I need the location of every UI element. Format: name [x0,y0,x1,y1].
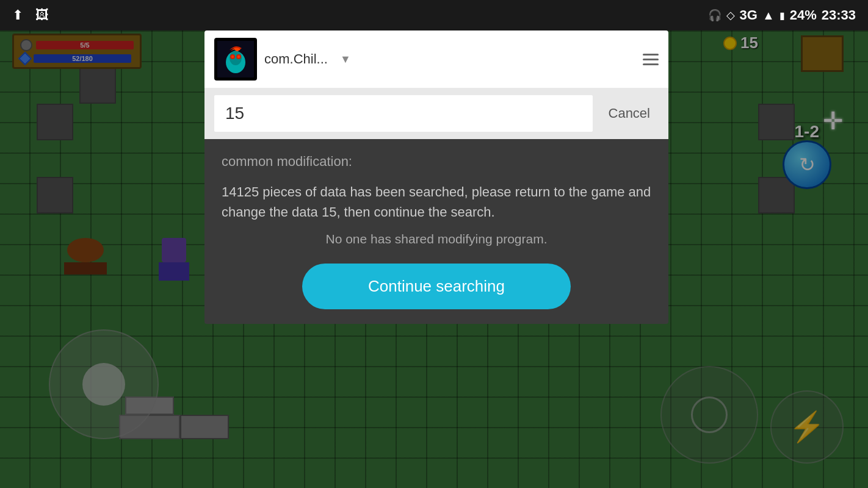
continue-searching-button[interactable]: Continue searching [302,264,571,309]
status-icons: 🎧 ◇ 3G ▲ ▮ 24% 23:33 [708,7,856,23]
network-label: 3G [740,7,758,23]
headphone-icon: 🎧 [708,9,722,22]
svg-point-6 [237,56,240,58]
signal-icon: ◇ [726,9,735,22]
dropdown-arrow-icon[interactable]: ▼ [340,53,351,66]
menu-line-2 [643,59,659,60]
time-display: 23:33 [822,7,856,23]
app-icon-svg [217,41,254,77]
no-share-text: No one has shared modifying program. [222,232,651,246]
status-bar: ⬆ 🖼 🎧 ◇ 3G ▲ ▮ 24% 23:33 [0,0,868,30]
dialog-header-left: com.Chil... ▼ [214,38,351,81]
dialog-header: com.Chil... ▼ [204,30,668,88]
dialog-panel: com.Chil... ▼ Cancel common modification… [204,30,668,324]
menu-line-3 [643,63,659,65]
battery-icon: ▮ [779,10,785,21]
image-icon[interactable]: 🖼 [35,7,49,23]
status-bar-left: ⬆ 🖼 [12,7,49,23]
share-icon[interactable]: ⬆ [12,7,23,23]
search-result-text: 14125 pieces of data has been searched, … [222,182,651,222]
search-row: Cancel [204,88,668,139]
svg-point-5 [231,56,234,58]
app-name: com.Chil... [264,51,328,67]
menu-icon[interactable] [643,54,659,65]
cancel-button[interactable]: Cancel [600,99,659,127]
signal-bars: ▲ [762,9,775,23]
battery-percent: 24% [790,7,817,23]
modification-label: common modification: [222,154,651,170]
app-icon [214,38,257,81]
menu-line-1 [643,54,659,56]
dialog-body: common modification: 14125 pieces of dat… [204,139,668,324]
search-input[interactable] [214,95,593,132]
